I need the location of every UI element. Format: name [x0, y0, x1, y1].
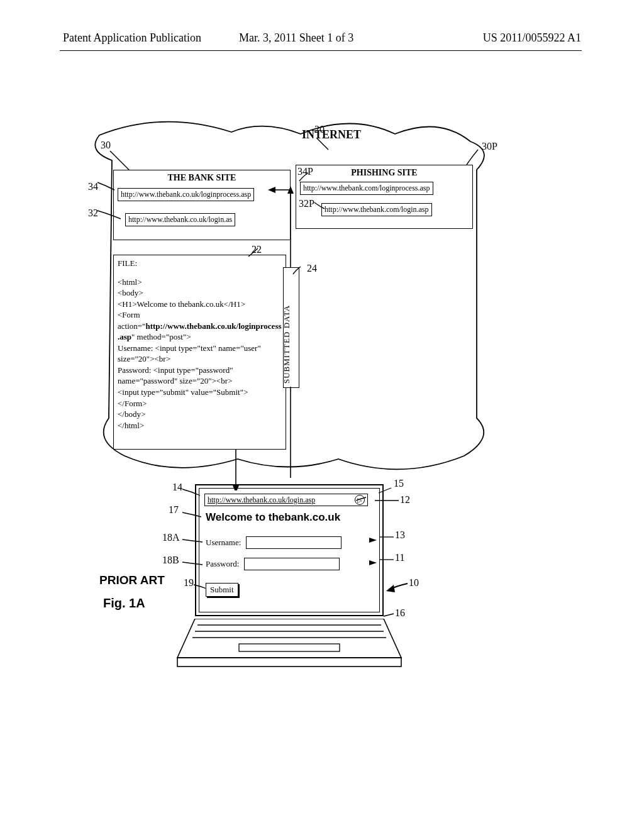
svg-rect-10 — [177, 658, 401, 667]
header-right: US 2011/0055922 A1 — [483, 31, 581, 45]
ref-30P: 30P — [482, 141, 497, 152]
ref-34: 34 — [88, 181, 98, 192]
laptop-leaders — [157, 478, 421, 629]
ref-30: 30 — [101, 140, 111, 151]
ref-22: 22 — [252, 244, 262, 255]
svg-line-19 — [384, 614, 394, 616]
svg-marker-2 — [268, 187, 275, 193]
figure-label: Fig. 1A — [103, 596, 145, 611]
page-header: Patent Application Publication Mar. 3, 2… — [0, 31, 644, 45]
header-left: Patent Application Publication — [63, 31, 201, 45]
header-center: Mar. 3, 2011 Sheet 1 of 3 — [239, 31, 353, 45]
svg-rect-14 — [239, 644, 340, 651]
internet-cloud: INTERNET THE BANK SITE http://www.theban… — [94, 138, 484, 478]
svg-marker-18 — [386, 585, 395, 592]
ref-20: 20 — [314, 124, 325, 135]
ref-24: 24 — [307, 263, 317, 274]
ref-32: 32 — [88, 208, 98, 219]
header-divider — [60, 50, 582, 51]
prior-art-label: PRIOR ART — [99, 573, 165, 587]
ref-32P: 32P — [299, 198, 314, 209]
cloud-arrows — [94, 138, 484, 490]
ref-34P: 34P — [297, 166, 313, 177]
